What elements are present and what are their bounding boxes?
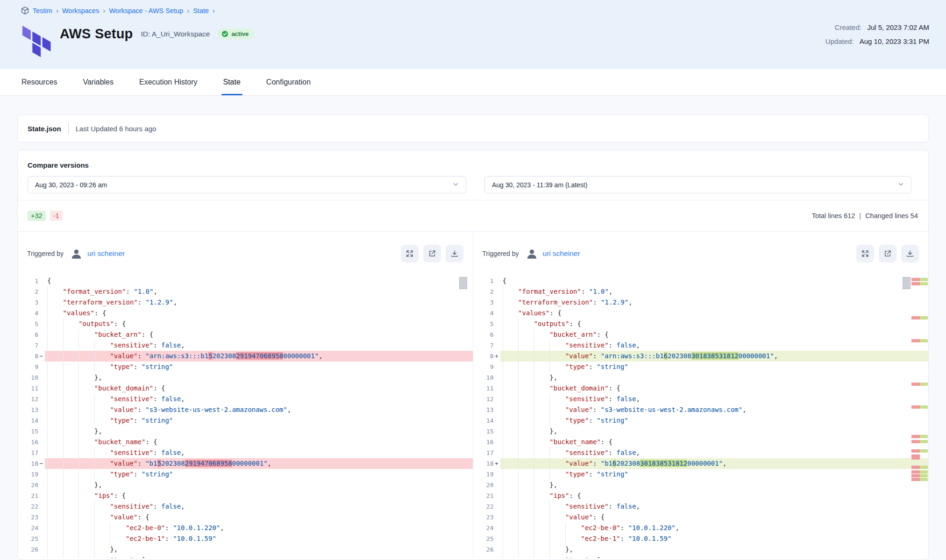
diff-pane-left: Triggered by uri scheiner bbox=[18, 232, 473, 558]
tab-resources[interactable]: Resources bbox=[21, 69, 57, 95]
status-badge: active bbox=[218, 28, 254, 39]
created-label: Created: bbox=[835, 23, 862, 31]
code-line: 23"value": { bbox=[473, 512, 929, 523]
version-select-right[interactable]: Aug 30, 2023 - 11:39 am (Latest) bbox=[484, 176, 911, 193]
status-label: active bbox=[231, 30, 249, 37]
version-select-left[interactable]: Aug 30, 2023 - 09:26 am bbox=[28, 176, 466, 193]
code-line: 9"type": "string" bbox=[18, 362, 473, 372]
code-line: 19"type": "string" bbox=[473, 469, 929, 480]
ruler-added-marker bbox=[920, 282, 928, 285]
version-select-left-value: Aug 30, 2023 - 09:26 am bbox=[35, 181, 107, 189]
separator: | bbox=[859, 212, 861, 220]
last-updated-text: Last Updated 6 hours ago bbox=[76, 125, 156, 133]
ruler-added-marker bbox=[920, 435, 928, 438]
code-line: 6"bucket_arn": { bbox=[473, 329, 929, 340]
tab-execution-history[interactable]: Execution History bbox=[139, 69, 198, 95]
download-button[interactable] bbox=[446, 245, 463, 262]
tab-variables[interactable]: Variables bbox=[83, 69, 114, 95]
check-circle-icon bbox=[221, 30, 228, 37]
chevron-down-icon bbox=[453, 181, 459, 189]
ruler-removed-marker bbox=[911, 339, 920, 342]
download-button[interactable] bbox=[901, 245, 919, 262]
code-line: 24"ec2-be-0": "10.0.1.220", bbox=[473, 523, 929, 533]
download-icon bbox=[906, 249, 914, 258]
ruler-added-marker bbox=[920, 316, 928, 319]
code-line: 14"type": "string" bbox=[473, 415, 929, 426]
line-counts: Total lines 612|Changed lines 54 bbox=[812, 212, 918, 220]
ruler-removed-marker bbox=[911, 440, 920, 443]
code-line: 10}, bbox=[18, 372, 473, 383]
download-icon bbox=[450, 249, 459, 258]
code-line: 1{ bbox=[473, 276, 929, 286]
breadcrumb-link[interactable]: Workspaces bbox=[62, 7, 100, 14]
code-line: 7"sensitive": false, bbox=[18, 340, 473, 351]
open-external-button[interactable] bbox=[879, 245, 896, 262]
breadcrumb-links: Testim›Workspaces›Workspace - AWS Setup›… bbox=[33, 7, 215, 14]
ruler-removed-marker bbox=[911, 470, 920, 474]
scrollbar-thumb[interactable] bbox=[459, 277, 467, 289]
ruler-added-marker bbox=[920, 339, 928, 342]
triggered-by-label: Triggered by bbox=[483, 250, 519, 257]
scrollbar-thumb[interactable] bbox=[903, 277, 910, 289]
expand-button[interactable] bbox=[856, 245, 874, 262]
triggered-by-user-link[interactable]: uri scheiner bbox=[87, 249, 125, 258]
ruler-removed-marker bbox=[911, 282, 920, 285]
open-external-button[interactable] bbox=[423, 245, 441, 262]
ruler-removed-marker bbox=[911, 405, 920, 409]
workspace-cube-icon bbox=[21, 6, 29, 15]
breadcrumb-separator: › bbox=[56, 7, 58, 14]
code-line: 3"terraform_version": "1.2.9", bbox=[473, 297, 929, 308]
compare-versions-card: Compare versions Aug 30, 2023 - 09:26 am… bbox=[17, 150, 929, 560]
workspace-header: Testim›Workspaces›Workspace - AWS Setup›… bbox=[0, 0, 946, 69]
code-editor-left: 1{2"format_version": "1.0",3"terraform_v… bbox=[18, 276, 473, 558]
diff-stats-row: +32 -1 Total lines 612|Changed lines 54 bbox=[18, 200, 928, 231]
content: State.json Last Updated 6 hours ago Comp… bbox=[0, 96, 946, 560]
terraform-logo bbox=[22, 22, 52, 62]
state-file-card: State.json Last Updated 6 hours ago bbox=[17, 114, 929, 142]
pane-header-right: Triggered by uri scheiner bbox=[473, 232, 929, 276]
code-line: 13"value": "s3-website-us-west-2.amazona… bbox=[473, 404, 929, 415]
ruler-removed-marker bbox=[911, 449, 920, 453]
code-line: 20}, bbox=[473, 480, 929, 490]
code-line: 9"type": "string" bbox=[473, 362, 929, 372]
code-line: 16"bucket_name": { bbox=[473, 437, 929, 447]
expand-button[interactable] bbox=[401, 245, 419, 262]
ruler-added-marker bbox=[920, 449, 928, 453]
user-avatar-icon bbox=[526, 248, 538, 260]
code-line: 17"sensitive": false, bbox=[473, 447, 929, 458]
code-line: 22"sensitive": false, bbox=[473, 501, 929, 512]
ruler-removed-marker bbox=[911, 474, 920, 477]
divider bbox=[68, 123, 69, 134]
expand-icon bbox=[405, 249, 414, 258]
code-line: 22"sensitive": false, bbox=[18, 501, 473, 512]
workspace-state-page: Testim›Workspaces›Workspace - AWS Setup›… bbox=[0, 0, 946, 560]
code-line: 8−"value": "arn:aws:s3:::b15202308291947… bbox=[18, 351, 473, 362]
breadcrumb-link[interactable]: Testim bbox=[33, 7, 52, 14]
tab-configuration[interactable]: Configuration bbox=[266, 69, 311, 95]
breadcrumb-separator: › bbox=[103, 7, 105, 14]
tab-state[interactable]: State bbox=[223, 69, 241, 95]
additions-badge: +32 bbox=[28, 211, 46, 221]
code-line: 12"sensitive": false, bbox=[18, 394, 473, 404]
diff-overview-ruler bbox=[911, 276, 928, 558]
code-line: 8+"value": "arn:aws:s3:::b16202308301838… bbox=[473, 351, 929, 362]
code-line: 23"value": { bbox=[18, 512, 473, 523]
triggered-by-user-link[interactable]: uri scheiner bbox=[543, 249, 580, 258]
code-line: 26}, bbox=[18, 544, 473, 555]
code-line: 18+"value": "b16202308301838531812000000… bbox=[473, 458, 929, 469]
deletions-badge: -1 bbox=[50, 211, 63, 221]
ruler-removed-marker bbox=[911, 383, 920, 386]
diff-panes: Triggered by uri scheiner bbox=[18, 231, 928, 558]
code-line: 4"values": { bbox=[473, 308, 929, 319]
page-title: AWS Setup bbox=[60, 26, 133, 42]
code-line: 6"bucket_arn": { bbox=[18, 329, 473, 340]
ruler-added-marker bbox=[920, 470, 928, 474]
ruler-added-marker bbox=[920, 474, 928, 477]
breadcrumb-link[interactable]: State bbox=[193, 7, 209, 14]
ruler-removed-marker bbox=[911, 316, 920, 319]
created-value: Jul 5, 2023 7:02 AM bbox=[867, 23, 929, 31]
version-select-right-value: Aug 30, 2023 - 11:39 am (Latest) bbox=[492, 181, 587, 189]
breadcrumb-link[interactable]: Workspace - AWS Setup bbox=[109, 7, 183, 14]
breadcrumb: Testim›Workspaces›Workspace - AWS Setup›… bbox=[21, 6, 929, 15]
external-link-icon bbox=[428, 249, 436, 258]
